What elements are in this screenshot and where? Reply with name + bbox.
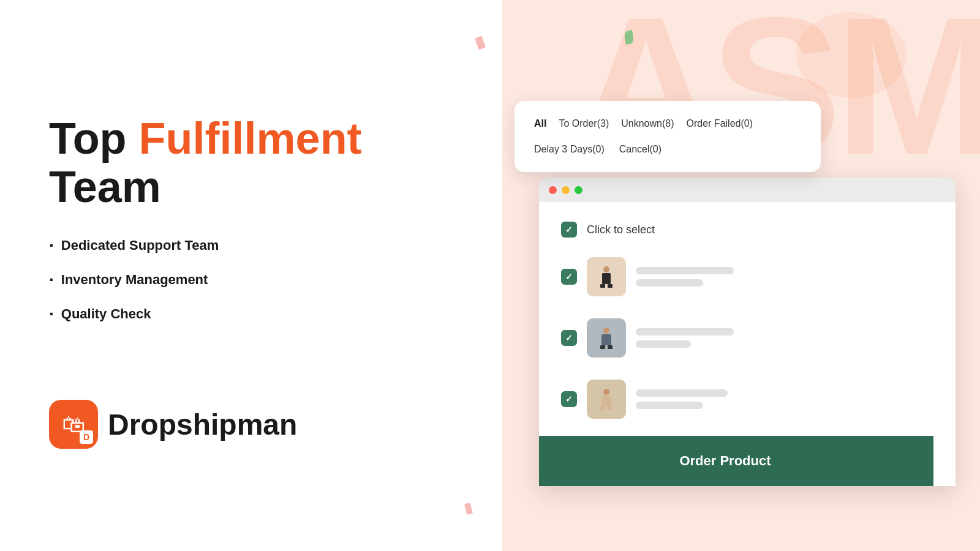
product-title-skeleton-3 bbox=[636, 389, 728, 397]
browser-maximize-dot[interactable] bbox=[575, 186, 582, 194]
select-all-label: Click to select bbox=[587, 223, 655, 236]
product-row-3[interactable] bbox=[561, 375, 933, 424]
left-panel: Top Fulfillment Team Dedicated Support T… bbox=[0, 0, 502, 551]
d-badge: D bbox=[80, 430, 93, 444]
tab-delay-3-days[interactable]: Delay 3 Days(0) bbox=[534, 141, 605, 157]
svg-rect-7 bbox=[608, 345, 612, 349]
product-info-2 bbox=[636, 328, 933, 348]
brand-logo: 🛍 D bbox=[49, 400, 98, 449]
product-info-3 bbox=[636, 389, 933, 409]
svg-rect-5 bbox=[601, 334, 611, 345]
features-list: Dedicated Support Team Inventory Managem… bbox=[49, 236, 453, 339]
product-info-1 bbox=[636, 267, 933, 287]
feature-item-3: Quality Check bbox=[49, 304, 453, 324]
brand-area: 🛍 D Dropshipman bbox=[49, 400, 453, 449]
svg-rect-3 bbox=[608, 284, 612, 288]
browser-content: Click to select bbox=[539, 202, 956, 486]
tab-all[interactable]: All bbox=[534, 116, 546, 132]
product-checkbox-2[interactable] bbox=[561, 330, 577, 346]
dropdown-card: All To Order(3) Unknown(8) Order Failed(… bbox=[514, 101, 821, 172]
deco-pink-blob bbox=[796, 12, 907, 98]
dropdown-tabs: All To Order(3) Unknown(8) Order Failed(… bbox=[534, 116, 801, 157]
tab-cancel[interactable]: Cancel(0) bbox=[619, 141, 662, 157]
hero-orange-text: Fulfillment bbox=[139, 114, 362, 163]
svg-rect-1 bbox=[602, 273, 611, 284]
hero-top-text: Top bbox=[49, 114, 139, 163]
browser-minimize-dot[interactable] bbox=[562, 186, 570, 194]
dropdown-tab-row2: Delay 3 Days(0) Cancel(0) bbox=[534, 141, 801, 157]
svg-rect-9 bbox=[600, 407, 605, 410]
brand-name-text: Dropshipman bbox=[108, 408, 297, 441]
feature-label-3: Quality Check bbox=[61, 306, 151, 322]
hero-bottom-text: Team bbox=[49, 162, 161, 211]
product-checkbox-3[interactable] bbox=[561, 391, 577, 407]
right-panel: ASM All To Order(3) Unknown(8) Order Fai… bbox=[502, 0, 980, 551]
deco-pink-top-right bbox=[475, 36, 486, 50]
product-title-skeleton-2 bbox=[636, 328, 734, 335]
order-button-container: Order Product bbox=[539, 436, 956, 486]
feature-item-1: Dedicated Support Team bbox=[49, 236, 453, 255]
select-all-checkbox[interactable] bbox=[561, 222, 577, 238]
select-all-row[interactable]: Click to select bbox=[561, 222, 933, 238]
svg-rect-6 bbox=[600, 345, 605, 349]
feature-label-2: Inventory Management bbox=[61, 272, 208, 288]
product-sub-skeleton-1 bbox=[636, 279, 703, 287]
tab-order-failed[interactable]: Order Failed(0) bbox=[687, 116, 753, 132]
product-thumbnail-2 bbox=[587, 318, 626, 358]
tab-to-order[interactable]: To Order(3) bbox=[559, 116, 609, 132]
feature-label-1: Dedicated Support Team bbox=[61, 238, 219, 253]
product-title-skeleton-1 bbox=[636, 267, 734, 274]
tab-unknown[interactable]: Unknown(8) bbox=[621, 116, 674, 132]
product-sub-skeleton-3 bbox=[636, 402, 703, 409]
svg-rect-2 bbox=[600, 284, 605, 288]
browser-titlebar bbox=[539, 178, 956, 202]
product-thumbnail-1 bbox=[587, 257, 626, 296]
svg-point-4 bbox=[603, 328, 609, 334]
svg-rect-10 bbox=[608, 407, 612, 410]
product-row-2[interactable] bbox=[561, 313, 933, 362]
browser-window: Click to select bbox=[539, 178, 956, 486]
feature-item-2: Inventory Management bbox=[49, 270, 453, 290]
browser-close-dot[interactable] bbox=[549, 186, 557, 194]
hero-title: Top Fulfillment Team bbox=[49, 114, 453, 211]
deco-pink-bottom bbox=[464, 503, 473, 515]
svg-point-0 bbox=[603, 266, 609, 272]
order-product-button[interactable]: Order Product bbox=[539, 436, 933, 486]
svg-point-8 bbox=[603, 389, 609, 395]
product-row-1[interactable] bbox=[561, 252, 933, 301]
product-checkbox-1[interactable] bbox=[561, 269, 577, 285]
product-sub-skeleton-2 bbox=[636, 340, 691, 348]
product-thumbnail-3 bbox=[587, 380, 626, 419]
